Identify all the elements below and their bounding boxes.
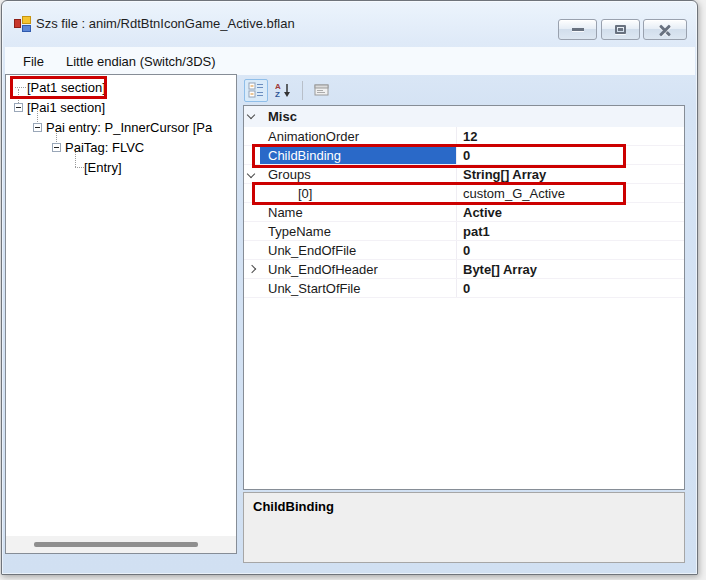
tree-expander-icon[interactable] bbox=[14, 103, 23, 112]
categorized-icon bbox=[248, 82, 264, 98]
row-margin bbox=[244, 203, 260, 221]
horizontal-scrollbar[interactable] bbox=[6, 536, 236, 553]
tree-connector bbox=[15, 87, 26, 88]
minimize-icon bbox=[572, 28, 584, 31]
collapse-icon bbox=[247, 111, 255, 119]
row-margin[interactable] bbox=[244, 106, 260, 127]
restore-icon bbox=[615, 25, 626, 34]
property-row-unk-endofheader[interactable]: Unk_EndOfHeader Byte[] Array bbox=[244, 260, 684, 279]
app-icon[interactable] bbox=[14, 16, 31, 33]
titlebar[interactable]: Szs file : anim/RdtBtnIconGame_Active.bf… bbox=[2, 1, 697, 47]
property-value[interactable]: Byte[] Array bbox=[456, 260, 684, 278]
row-margin[interactable] bbox=[244, 260, 260, 278]
tree-node-pai-entry[interactable]: Pai entry: P_InnerCursor [Pa bbox=[46, 118, 212, 137]
tree-expander-icon[interactable] bbox=[33, 123, 42, 132]
close-icon bbox=[658, 24, 672, 36]
row-margin[interactable] bbox=[244, 165, 260, 183]
row-margin bbox=[244, 279, 260, 297]
scrollbar-thumb[interactable] bbox=[34, 542, 198, 547]
minimize-button[interactable] bbox=[558, 19, 597, 40]
sort-alphabetical-icon: A Z bbox=[275, 82, 292, 98]
app-icon-blue-square bbox=[22, 25, 31, 32]
tree-connector bbox=[75, 167, 84, 168]
app-icon-red-square bbox=[14, 19, 21, 28]
row-margin bbox=[244, 127, 260, 145]
category-row-misc[interactable]: Misc bbox=[244, 106, 684, 127]
property-row-childbinding[interactable]: ChildBinding 0 bbox=[244, 146, 684, 165]
tree-connector bbox=[18, 89, 19, 103]
help-title: ChildBinding bbox=[253, 499, 675, 514]
restore-button[interactable] bbox=[601, 19, 640, 40]
property-name[interactable]: Name bbox=[260, 203, 456, 221]
property-value[interactable]: Active bbox=[456, 203, 684, 221]
property-value[interactable]: String[] Array bbox=[456, 165, 684, 183]
tree-panel[interactable]: [Pat1 section] [Pai1 section] Pai entry:… bbox=[5, 74, 237, 554]
property-row-animationorder[interactable]: AnimationOrder 12 bbox=[244, 127, 684, 146]
property-value[interactable]: 12 bbox=[456, 127, 684, 145]
property-name[interactable]: Groups bbox=[260, 165, 456, 183]
tree-node-pat1-section[interactable]: [Pat1 section] bbox=[27, 78, 106, 97]
property-row-groups-0[interactable]: [0] custom_G_Active bbox=[244, 184, 684, 203]
row-margin bbox=[244, 222, 260, 240]
property-value[interactable]: 0 bbox=[456, 241, 684, 259]
property-value[interactable]: 0 bbox=[456, 279, 684, 297]
property-name[interactable]: Unk_StartOfFile bbox=[260, 279, 456, 297]
close-button[interactable] bbox=[643, 19, 687, 40]
property-name[interactable]: AnimationOrder bbox=[260, 127, 456, 145]
property-value[interactable]: pat1 bbox=[456, 222, 684, 240]
collapse-icon bbox=[247, 170, 255, 178]
window-title: Szs file : anim/RdtBtnIconGame_Active.bf… bbox=[36, 16, 295, 31]
property-name[interactable]: TypeName bbox=[260, 222, 456, 240]
row-margin bbox=[244, 184, 260, 202]
property-value[interactable]: custom_G_Active bbox=[456, 184, 684, 202]
svg-text:Z: Z bbox=[275, 90, 280, 98]
category-name: Misc bbox=[260, 106, 680, 127]
tree-node-paitag[interactable]: PaiTag: FLVC bbox=[65, 138, 144, 157]
row-margin bbox=[244, 241, 260, 259]
property-row-typename[interactable]: TypeName pat1 bbox=[244, 222, 684, 241]
property-pages-icon bbox=[314, 82, 330, 98]
menu-item-file[interactable]: File bbox=[17, 50, 50, 73]
menubar: File Little endian (Switch/3DS) bbox=[5, 47, 695, 75]
property-help-panel: ChildBinding bbox=[243, 492, 685, 563]
tree-expander-icon[interactable] bbox=[52, 143, 61, 152]
property-name[interactable]: ChildBinding bbox=[260, 146, 456, 164]
property-name[interactable]: Unk_EndOfFile bbox=[260, 241, 456, 259]
property-name[interactable]: Unk_EndOfHeader bbox=[260, 260, 456, 278]
property-row-groups[interactable]: Groups String[] Array bbox=[244, 165, 684, 184]
property-row-unk-endoffile[interactable]: Unk_EndOfFile 0 bbox=[244, 241, 684, 260]
property-value[interactable]: 0 bbox=[456, 146, 684, 164]
row-margin bbox=[244, 146, 260, 164]
property-name[interactable]: [0] bbox=[260, 184, 456, 202]
property-grid-toolbar: A Z bbox=[244, 77, 334, 103]
property-row-unk-startoffile[interactable]: Unk_StartOfFile 0 bbox=[244, 279, 684, 298]
expand-icon bbox=[248, 265, 256, 273]
toolbar-separator bbox=[302, 81, 303, 100]
tree-node-pai1-section[interactable]: [Pai1 section] bbox=[27, 98, 105, 117]
menu-item-endianness[interactable]: Little endian (Switch/3DS) bbox=[60, 50, 222, 73]
categorized-button[interactable] bbox=[244, 79, 268, 102]
property-grid[interactable]: Misc AnimationOrder 12 ChildBinding 0 Gr… bbox=[243, 105, 685, 490]
property-pages-button bbox=[310, 79, 334, 102]
app-icon-yellow-square bbox=[22, 16, 31, 24]
app-window: Szs file : anim/RdtBtnIconGame_Active.bf… bbox=[1, 0, 698, 575]
sort-alphabetical-button[interactable]: A Z bbox=[271, 79, 295, 102]
property-row-name[interactable]: Name Active bbox=[244, 203, 684, 222]
tree-node-entry[interactable]: [Entry] bbox=[84, 158, 122, 177]
